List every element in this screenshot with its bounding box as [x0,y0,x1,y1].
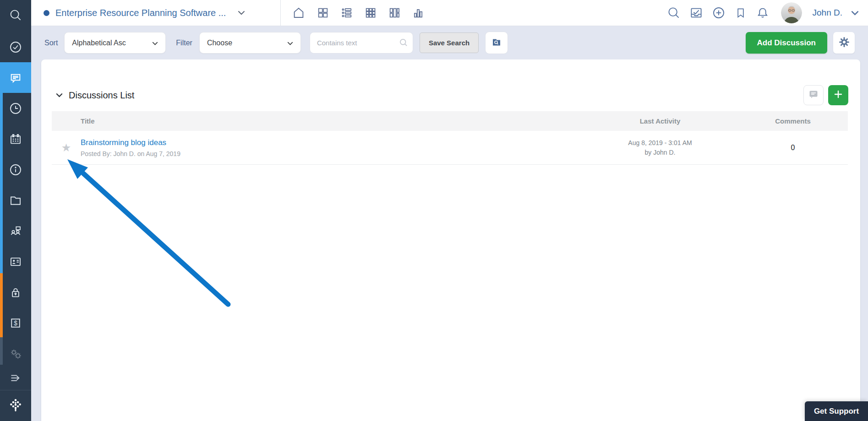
sidebar-item-discussions[interactable] [0,62,31,93]
sidebar-item-security[interactable] [0,280,31,305]
table-row: ★ Brainstorming blog ideas Posted By: Jo… [52,131,848,165]
chevron-down-icon[interactable] [238,9,245,17]
sidebar-item-info[interactable] [0,157,31,183]
contains-text-input[interactable] [310,32,413,54]
settings-button[interactable] [833,32,855,54]
topbar-actions: John D. [667,0,868,26]
sidebar-item-calendar[interactable] [0,126,31,152]
calendar-icon [9,132,22,146]
table-header-row: Title Last Activity Comments [52,111,848,131]
notifications-bell-icon[interactable] [756,6,770,20]
dollar-icon: $ [9,316,22,330]
dashboard-grid-icon[interactable] [317,6,329,19]
discussions-card-header: Discussions List [41,59,860,105]
list-view-icon[interactable] [340,6,353,19]
last-activity-column-header: Last Activity [582,117,738,125]
add-icon[interactable] [712,6,726,20]
section-collapse-chevron-icon[interactable] [56,93,63,97]
add-discussion-button[interactable]: Add Discussion [746,32,827,54]
project-title-dropdown[interactable]: Enterprise Resource Planning Software ..… [31,0,280,26]
sidebar-item-settings[interactable] [0,341,31,367]
sidebar-divider [0,390,31,390]
svg-text:$: $ [14,320,17,327]
column-view-icon[interactable] [388,6,401,19]
search-icon[interactable] [667,6,681,20]
sidebar: $ [0,0,31,421]
sidebar-collapse-button[interactable] [0,365,31,391]
section-actions [803,85,848,105]
user-menu-chevron-icon[interactable] [851,11,859,16]
discussion-title-link[interactable]: Brainstorming blog ideas [81,138,166,147]
filter-toolbar: Sort Alphabetical Asc Filter Choose Save… [31,26,868,59]
search-folder-icon [491,37,502,49]
sidebar-item-time[interactable] [0,96,31,121]
filter-select[interactable]: Choose [199,32,301,54]
gears-icon [9,347,22,361]
get-support-button[interactable]: Get Support [805,401,868,421]
filter-label: Filter [176,39,192,47]
sort-select[interactable]: Alphabetical Asc [64,32,166,54]
plus-icon [834,90,843,101]
discussion-view-button[interactable] [803,85,824,105]
favorite-star-icon[interactable]: ★ [61,142,71,153]
sort-label: Sort [44,39,58,47]
team-discussion-icon [9,224,22,238]
discussions-table: Title Last Activity Comments ★ Brainstor… [52,111,848,165]
chart-view-icon[interactable] [412,6,425,19]
approvals-icon[interactable] [689,6,703,20]
contact-card-icon [9,255,22,269]
saved-searches-button[interactable] [485,32,508,54]
lock-icon [9,286,22,299]
chevron-down-icon [152,39,158,47]
folder-icon [9,194,22,207]
user-name[interactable]: John D. [813,8,842,18]
sidebar-item-workspaces[interactable] [0,218,31,244]
sidebar-item-documents[interactable] [0,188,31,213]
chevron-down-icon [287,39,293,47]
main-content: Discussions List Title Last Activity Com… [31,59,868,421]
sidebar-item-tasks[interactable] [0,34,31,60]
bookmarks-icon[interactable] [734,6,747,19]
info-icon [9,163,22,177]
user-avatar[interactable] [781,2,802,23]
sidebar-item-expenses[interactable]: $ [0,310,31,336]
project-status-dot [44,10,49,16]
sidebar-item-search[interactable] [0,2,31,28]
gear-icon [839,37,850,49]
home-icon[interactable] [292,6,306,20]
search-icon [9,8,22,22]
last-activity-date: Aug 8, 2019 - 3:01 AM [582,138,738,148]
collapse-arrow-icon [9,371,22,385]
comments-column-header: Comments [738,117,848,125]
add-discussion-quick-button[interactable] [828,85,848,105]
nav-indicator-orange [0,273,3,337]
discussion-bubble-icon [8,70,23,85]
last-activity-by: by John D. [582,148,738,157]
logo-tree-icon [8,398,23,413]
topbar: Enterprise Resource Planning Software ..… [31,0,868,26]
discussions-card: Discussions List Title Last Activity Com… [41,59,860,421]
contains-text-field [310,32,413,54]
grid-view-icon[interactable] [364,6,377,19]
comments-count: 0 [791,144,795,151]
sidebar-item-contacts[interactable] [0,249,31,275]
workzone-logo [0,393,31,418]
save-search-button[interactable]: Save Search [420,32,479,53]
nav-indicator-blue [0,93,3,273]
check-circle-icon [9,40,22,54]
section-title: Discussions List [69,90,134,101]
discussion-tray-icon [808,89,819,102]
project-title: Enterprise Resource Planning Software ..… [55,8,226,18]
nav-indicator-slate [0,337,3,365]
filter-toolbar-right: Add Discussion [746,32,855,54]
title-column-header: Title [81,117,582,125]
view-switcher [280,0,425,26]
clock-icon [9,102,22,115]
filter-select-value: Choose [207,39,232,47]
sort-select-value: Alphabetical Asc [72,39,126,47]
discussion-posted-by: Posted By: John D. on Aug 7, 2019 [81,150,582,157]
